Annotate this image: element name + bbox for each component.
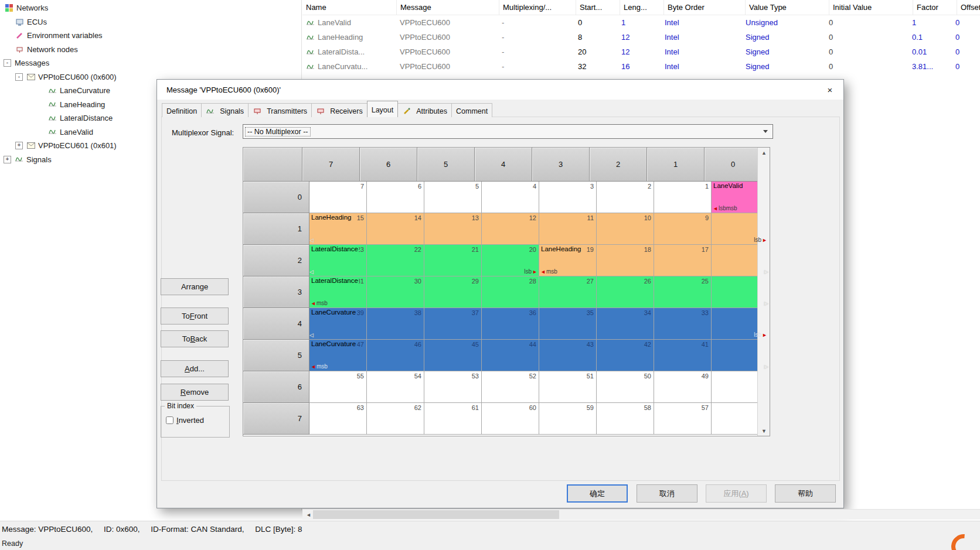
help-button[interactable]: 帮助: [775, 484, 836, 503]
signal-bit-cell[interactable]: 20lsb►: [482, 245, 539, 276]
signal-row[interactable]: LaneHeadingVPPtoECU600-812IntelSigned00.…: [302, 30, 980, 45]
bit-cell[interactable]: 57: [654, 403, 712, 435]
bit-cell[interactable]: 59: [539, 403, 597, 435]
signal-bit-cell[interactable]: 26: [597, 276, 654, 308]
signal-bit-cell[interactable]: 42: [597, 340, 654, 371]
inverted-checkbox[interactable]: [166, 416, 173, 424]
column-header[interactable]: Factor: [913, 0, 957, 15]
ok-button[interactable]: 确定: [567, 484, 628, 503]
signal-bit-cell[interactable]: 27: [539, 276, 597, 308]
tab-comment[interactable]: Comment: [451, 103, 492, 117]
collapse-expander-icon[interactable]: -: [15, 73, 23, 81]
bit-cell[interactable]: 49: [654, 371, 712, 403]
column-header[interactable]: Start...: [576, 0, 620, 15]
column-header[interactable]: Offset: [957, 0, 980, 15]
collapse-expander-icon[interactable]: -: [4, 59, 11, 67]
bit-cell[interactable]: 52: [482, 371, 539, 403]
scroll-up-button[interactable]: ▲: [758, 148, 769, 158]
signal-bit-cell[interactable]: 10: [597, 213, 654, 245]
to-back-button[interactable]: To Back: [161, 330, 229, 347]
multiplexor-select[interactable]: -- No Multiplexor --: [243, 124, 773, 139]
signal-bit-cell[interactable]: 22: [367, 245, 424, 276]
bit-cell[interactable]: 1: [654, 182, 712, 213]
tab-attributes[interactable]: Attributes: [397, 103, 452, 117]
remove-button[interactable]: Remove: [161, 384, 229, 401]
signal-bit-cell[interactable]: 43: [539, 340, 597, 371]
bit-cell[interactable]: 2: [597, 182, 654, 213]
bit-cell[interactable]: 55: [309, 371, 367, 403]
arrange-button[interactable]: Arrange: [161, 278, 229, 295]
bit-cell[interactable]: 50: [597, 371, 654, 403]
expand-expander-icon[interactable]: +: [15, 142, 23, 149]
bit-cell[interactable]: 61: [424, 403, 482, 435]
signal-bit-cell[interactable]: 37: [424, 308, 482, 340]
add-button[interactable]: Add...: [161, 360, 229, 377]
signal-row[interactable]: LaneCurvatu...VPPtoECU600-3216IntelSigne…: [302, 59, 980, 74]
grid-scrollbar[interactable]: ▲ ▼: [757, 148, 770, 436]
bit-cell[interactable]: 6: [367, 182, 424, 213]
bit-cell[interactable]: 4: [482, 182, 539, 213]
signal-bit-cell[interactable]: 11: [539, 213, 597, 245]
tree-item[interactable]: Environment variables: [0, 29, 301, 43]
bit-cell[interactable]: 7: [309, 182, 367, 213]
tree-item[interactable]: Networks: [0, 1, 301, 15]
signal-bit-cell[interactable]: LateralDistance23◁: [309, 245, 367, 276]
tab-receivers[interactable]: Receivers: [311, 103, 368, 117]
signal-bit-cell[interactable]: 34: [597, 308, 654, 340]
bit-cell[interactable]: 3: [539, 182, 597, 213]
signal-row[interactable]: LateralDista...VPPtoECU600-2012IntelSign…: [302, 45, 980, 59]
bit-cell[interactable]: 54: [367, 371, 424, 403]
signal-bit-cell[interactable]: 18: [597, 245, 654, 276]
signal-bit-cell[interactable]: 21: [424, 245, 482, 276]
signal-bit-cell[interactable]: 44: [482, 340, 539, 371]
column-header[interactable]: Name: [302, 0, 397, 15]
signal-bit-cell[interactable]: 25: [654, 276, 712, 308]
bit-cell[interactable]: 58: [597, 403, 654, 435]
tab-transmitters[interactable]: Transmitters: [248, 103, 312, 117]
scroll-left-button[interactable]: ◄: [302, 510, 312, 520]
expand-expander-icon[interactable]: +: [4, 156, 11, 163]
to-front-button[interactable]: To Front: [161, 308, 229, 324]
signal-bit-cell[interactable]: 30: [367, 276, 424, 308]
horizontal-scrollbar[interactable]: ◄: [302, 509, 980, 520]
signal-bit-cell[interactable]: 13: [424, 213, 482, 245]
tree-item[interactable]: Network nodes: [0, 43, 301, 57]
column-header[interactable]: Leng...: [620, 0, 664, 15]
signal-bit-cell[interactable]: 45: [424, 340, 482, 371]
tab-definition[interactable]: Definition: [162, 103, 202, 117]
signal-bit-cell[interactable]: 9: [654, 213, 712, 245]
signal-bit-cell[interactable]: LaneCurvature47◄msb: [309, 340, 367, 371]
column-header[interactable]: Multiplexing/...: [499, 0, 576, 15]
signal-bit-cell[interactable]: 29: [424, 276, 482, 308]
signal-bit-cell[interactable]: 35: [539, 308, 597, 340]
bit-cell[interactable]: 62: [367, 403, 424, 435]
close-button[interactable]: ×: [816, 80, 843, 100]
bit-cell[interactable]: 5: [424, 182, 482, 213]
signal-bit-cell[interactable]: 46: [367, 340, 424, 371]
signal-bit-cell[interactable]: LateralDistance31◄msb: [309, 276, 367, 308]
signal-bit-cell[interactable]: 33: [654, 308, 712, 340]
signal-bit-cell[interactable]: 28: [482, 276, 539, 308]
apply-button[interactable]: 应用(A): [706, 484, 767, 503]
tab-signals[interactable]: Signals: [201, 103, 249, 117]
bit-cell[interactable]: 60: [482, 403, 539, 435]
column-header[interactable]: Value Type: [746, 0, 829, 15]
signal-bit-cell[interactable]: 17: [654, 245, 712, 276]
bit-cell[interactable]: 51: [539, 371, 597, 403]
column-header[interactable]: Byte Order: [664, 0, 746, 15]
scroll-down-button[interactable]: ▼: [758, 426, 769, 436]
bit-cell[interactable]: 53: [424, 371, 482, 403]
column-header[interactable]: Message: [397, 0, 499, 15]
signal-row[interactable]: LaneValidVPPtoECU600-01IntelUnsigned0100…: [302, 15, 980, 30]
tab-layout[interactable]: Layout: [367, 101, 399, 117]
signal-bit-cell[interactable]: LaneCurvature39◁: [309, 308, 367, 340]
column-header[interactable]: Initial Value: [829, 0, 913, 15]
tree-item[interactable]: -Messages: [0, 56, 301, 70]
tree-item[interactable]: ECUs: [0, 15, 301, 29]
signal-bit-cell[interactable]: 38: [367, 308, 424, 340]
signal-bit-cell[interactable]: 14: [367, 213, 424, 245]
signal-bit-cell[interactable]: 36: [482, 308, 539, 340]
cancel-button[interactable]: 取消: [637, 484, 697, 503]
signal-bit-cell[interactable]: LaneHeading15◁: [309, 213, 367, 245]
signal-bit-cell[interactable]: 12: [482, 213, 539, 245]
